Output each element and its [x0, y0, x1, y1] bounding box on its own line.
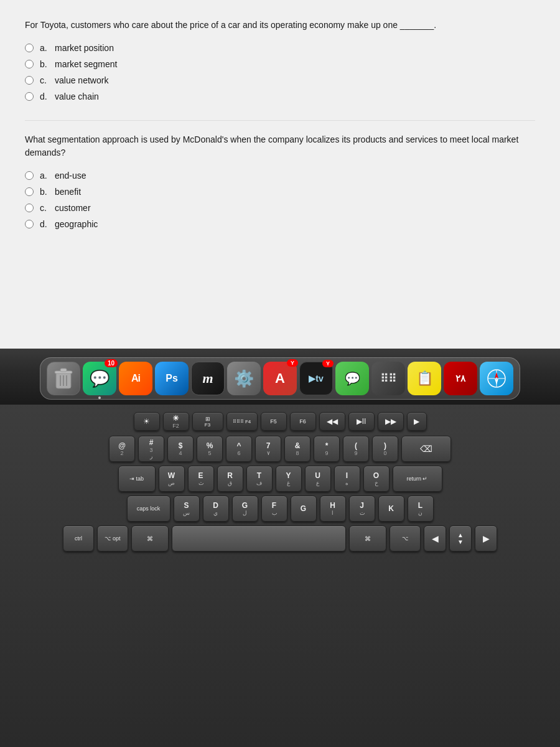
dock-icon-photoshop[interactable]: Ps	[155, 362, 189, 395]
key-y[interactable]: Y غ	[276, 466, 302, 492]
key-arrow-right-end[interactable]: ▶	[475, 525, 497, 552]
q2-radio-d[interactable]	[25, 220, 34, 228]
key-backspace[interactable]: ⌫	[401, 436, 451, 462]
key-u[interactable]: U ع	[305, 466, 331, 492]
q2-text-a: end-use	[55, 171, 86, 181]
key-brightness-down[interactable]: ☀	[134, 412, 160, 431]
keyboard-area: ☀ ☀ F2 ⊞F3 ⠿⠿⠿ F4 F5 F6 ◀◀ ▶II ▶▶ ▶	[0, 405, 560, 747]
q2-option-d: d. geographic	[25, 219, 535, 229]
key-percent-5[interactable]: % 5	[197, 436, 223, 462]
key-paren-open[interactable]: ( 9	[343, 436, 369, 462]
q1-radio-a[interactable]	[25, 44, 34, 52]
key-f5[interactable]: F5	[261, 412, 287, 431]
q2-label-a: a.	[40, 171, 52, 181]
key-h[interactable]: H ا	[320, 496, 346, 522]
a-red-badge: Y	[287, 359, 298, 367]
dock-icon-a-red[interactable]: A Y	[263, 362, 297, 395]
key-o[interactable]: O خ	[363, 466, 390, 492]
q1-option-b: b. market segment	[25, 59, 535, 69]
dock-icon-grid-app[interactable]: ⠿⠿	[371, 362, 405, 395]
q1-text-d: value chain	[55, 92, 99, 101]
key-cmd-left[interactable]: ⌘	[131, 525, 169, 552]
key-ctrl[interactable]: ctrl	[63, 525, 94, 552]
key-arrow-up-down[interactable]: ▲▼	[449, 525, 472, 552]
q2-label-b: b.	[40, 187, 52, 197]
key-f8-playpause[interactable]: ▶II	[348, 412, 375, 431]
dock-icon-trash[interactable]	[47, 362, 80, 395]
q2-radio-a[interactable]	[25, 171, 34, 180]
key-arrow-right[interactable]: ▶	[407, 412, 427, 431]
key-option-left[interactable]: ⌥ opt	[97, 525, 128, 552]
key-hash-3[interactable]: # 3 ر	[138, 436, 164, 462]
dock-icon-arabic-calendar[interactable]: ٢٨	[444, 362, 477, 395]
key-paren-close[interactable]: ) 0	[372, 436, 398, 462]
asdf-key-row: caps lock S س D ي G ل F ب G H ا J ت	[9, 496, 551, 522]
key-caps-lock[interactable]: caps lock	[127, 496, 170, 522]
q2-text-d: geographic	[55, 219, 98, 229]
key-k[interactable]: K	[378, 496, 404, 522]
key-t[interactable]: T ف	[246, 466, 273, 492]
q2-label-c: c.	[40, 203, 52, 213]
dock-icon-illustrator[interactable]: Ai	[119, 362, 152, 395]
qwerty-key-row: ⇥ tab W ص E ث R ق T ف Y غ U ع I ه	[9, 466, 551, 492]
key-r[interactable]: R ق	[217, 466, 243, 492]
question-1-block: For Toyota, customers who care about the…	[25, 19, 535, 101]
key-g2[interactable]: G	[291, 496, 317, 522]
key-f3[interactable]: ⊞F3	[192, 412, 223, 431]
key-f4[interactable]: ⠿⠿⠿ F4	[226, 412, 258, 431]
q1-radio-c[interactable]	[25, 76, 34, 85]
dock-icon-apple-tv[interactable]: ▶tv Y	[299, 362, 333, 395]
q2-radio-b[interactable]	[25, 187, 34, 196]
key-amp-8[interactable]: & 8	[284, 436, 310, 462]
q2-radio-c[interactable]	[25, 204, 34, 212]
dock: 💬 10 Ai Ps m ⚙️ A Y ▶tv Y	[40, 357, 520, 400]
key-option-right[interactable]: ⌥	[390, 525, 421, 552]
key-cmd-right[interactable]: ⌘	[349, 525, 386, 552]
dock-icon-m-app[interactable]: m	[191, 362, 225, 395]
key-caret-6[interactable]: ^ 6	[226, 436, 252, 462]
dock-icon-whatsapp[interactable]: 💬 10	[83, 362, 116, 395]
key-f6[interactable]: F6	[290, 412, 316, 431]
key-7[interactable]: 7 ٧	[255, 436, 281, 462]
key-d[interactable]: D ي	[203, 496, 229, 522]
key-w[interactable]: W ص	[159, 466, 185, 492]
key-f2[interactable]: ☀ F2	[163, 412, 189, 431]
dock-icon-system-prefs[interactable]: ⚙️	[227, 362, 261, 395]
key-i[interactable]: I ه	[334, 466, 360, 492]
key-s[interactable]: S س	[174, 496, 200, 522]
space-key-row: ctrl ⌥ opt ⌘ ⌘ ⌥ ◀ ▲▼ ▶	[9, 525, 551, 552]
key-arrow-left[interactable]: ◀	[424, 525, 446, 552]
key-f7-rewind[interactable]: ◀◀	[319, 412, 345, 431]
q1-radio-b[interactable]	[25, 60, 34, 68]
key-l[interactable]: L ن	[408, 496, 434, 522]
q2-option-c: c. customer	[25, 203, 535, 213]
question-2-options: a. end-use b. benefit c. customer d. geo…	[25, 171, 535, 229]
q1-radio-d[interactable]	[25, 92, 34, 101]
key-space[interactable]	[172, 525, 346, 552]
key-star-9[interactable]: * 9	[314, 436, 340, 462]
q1-label-c: c.	[40, 75, 52, 85]
key-g[interactable]: G ل	[232, 496, 258, 522]
q1-label-b: b.	[40, 59, 52, 69]
dock-icon-notes[interactable]: 📋	[408, 362, 441, 395]
key-at-2[interactable]: @ 2	[109, 436, 135, 462]
key-e[interactable]: E ث	[188, 466, 214, 492]
dock-icon-messages[interactable]: 💬	[335, 362, 369, 395]
question-divider	[25, 120, 535, 121]
q2-option-a: a. end-use	[25, 171, 535, 181]
whatsapp-badge: 10	[105, 359, 118, 367]
tv-badge: Y	[322, 360, 334, 367]
key-f[interactable]: F ب	[261, 496, 287, 522]
svg-rect-2	[60, 369, 67, 372]
q1-text-c: value network	[55, 75, 108, 85]
key-f9-ff[interactable]: ▶▶	[378, 412, 404, 431]
content-area: For Toyota, customers who care about the…	[0, 0, 560, 349]
key-tab[interactable]: ⇥ tab	[118, 466, 156, 492]
q1-option-a: a. market position	[25, 43, 535, 53]
q2-label-d: d.	[40, 219, 52, 229]
key-return[interactable]: return ↵	[393, 466, 442, 492]
dock-icon-safari[interactable]	[480, 362, 513, 395]
key-dollar-4[interactable]: $ 4	[167, 436, 194, 462]
key-j[interactable]: J ت	[349, 496, 375, 522]
question-1-text: For Toyota, customers who care about the…	[25, 19, 535, 32]
